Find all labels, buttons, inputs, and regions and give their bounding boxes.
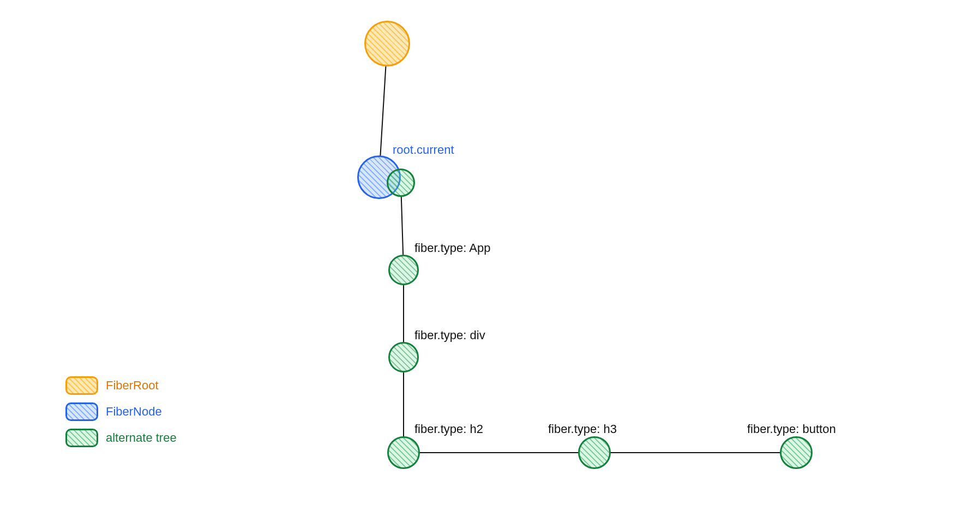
diagram-stage: root.current fiber.type: App fiber.type:… bbox=[0, 0, 980, 511]
h3-fiber-label: fiber.type: h3 bbox=[548, 422, 617, 436]
root-current-label: root.current bbox=[393, 143, 454, 157]
div-fiber-label: fiber.type: div bbox=[414, 328, 485, 342]
legend-swatch-blue bbox=[65, 402, 98, 421]
div-fiber-node bbox=[388, 342, 419, 372]
legend: FiberRoot FiberNode alternate tree bbox=[65, 376, 177, 455]
legend-row-fiber-node: FiberNode bbox=[65, 402, 177, 421]
fiber-root-node bbox=[364, 21, 410, 67]
svg-line-1 bbox=[401, 197, 403, 255]
svg-line-0 bbox=[380, 67, 386, 155]
h3-fiber-node bbox=[578, 436, 611, 469]
legend-label-fiber-root: FiberRoot bbox=[106, 378, 159, 393]
root-current-alternate-node bbox=[387, 169, 415, 197]
app-fiber-label: fiber.type: App bbox=[414, 241, 490, 255]
h2-fiber-label: fiber.type: h2 bbox=[414, 422, 483, 436]
legend-row-fiber-root: FiberRoot bbox=[65, 376, 177, 395]
button-fiber-node bbox=[780, 436, 813, 469]
legend-label-fiber-node: FiberNode bbox=[106, 405, 162, 419]
legend-row-alternate: alternate tree bbox=[65, 429, 177, 447]
button-fiber-label: fiber.type: button bbox=[747, 422, 836, 436]
h2-fiber-node bbox=[387, 436, 420, 469]
legend-label-alternate: alternate tree bbox=[106, 431, 177, 445]
app-fiber-node bbox=[388, 255, 419, 285]
legend-swatch-green bbox=[65, 429, 98, 447]
legend-swatch-orange bbox=[65, 376, 98, 395]
